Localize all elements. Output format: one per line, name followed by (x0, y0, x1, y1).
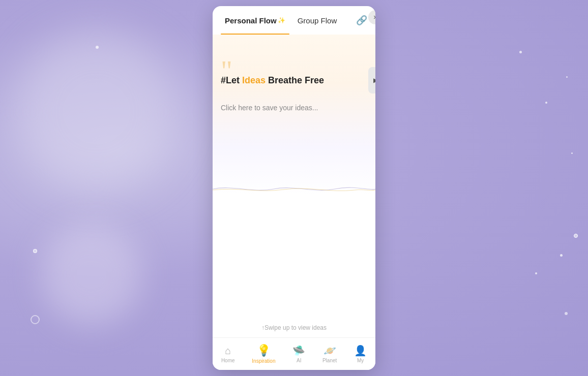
expand-handle-button[interactable]: ▶ (368, 67, 375, 93)
modal-panel: × ▶ Personal Flow✨ Group Flow 🔗 " #Let I… (213, 6, 375, 370)
nav-planet-label: Planet (322, 358, 337, 363)
nav-item-inspiration[interactable]: 💡 Inspiration (248, 342, 279, 366)
bg-blob-2 (41, 224, 142, 325)
nav-item-planet[interactable]: 🪐 Planet (318, 342, 341, 365)
wave-divider (213, 183, 375, 195)
tab-bar: Personal Flow✨ Group Flow 🔗 (213, 6, 375, 35)
headline: #Let Ideas Breathe Free (221, 75, 367, 86)
click-to-save-text[interactable]: Click here to save your ideas... (221, 104, 367, 112)
headline-prefix: #Let (221, 75, 242, 85)
close-icon: × (373, 13, 375, 21)
nav-item-my[interactable]: 👤 My (350, 342, 371, 365)
content-area-bottom: ↑Swipe up to view ideas (213, 195, 375, 337)
headline-suffix: Breathe Free (266, 75, 324, 85)
my-icon: 👤 (354, 344, 367, 357)
expand-icon: ▶ (373, 77, 376, 84)
bottom-navigation: ⌂ Home 💡 Inspiration 🛸 AI 🪐 Planet 👤 My (213, 337, 375, 370)
tab-group-flow[interactable]: Group Flow (293, 6, 341, 35)
tab-personal-flow-label: Personal Flow (225, 16, 277, 25)
tab-personal-flow[interactable]: Personal Flow✨ (221, 6, 289, 35)
nav-item-ai[interactable]: 🛸 AI (288, 342, 309, 365)
headline-ideas: Ideas (242, 75, 266, 85)
nav-inspiration-label: Inspiration (252, 358, 275, 364)
swipe-hint-text: ↑Swipe up to view ideas (261, 324, 327, 331)
nav-my-label: My (357, 358, 364, 363)
planet-icon: 🪐 (324, 344, 336, 357)
nav-home-label: Home (221, 358, 235, 363)
share-link-icon[interactable]: 🔗 (356, 15, 367, 26)
home-icon: ⌂ (225, 345, 231, 357)
content-area-top[interactable]: " #Let Ideas Breathe Free Click here to … (213, 35, 375, 195)
ai-icon: 🛸 (292, 344, 305, 357)
nav-ai-label: AI (297, 358, 301, 363)
inspiration-icon: 💡 (257, 344, 271, 357)
bg-blob-1 (15, 30, 178, 193)
tab-group-flow-label: Group Flow (298, 16, 337, 25)
nav-item-home[interactable]: ⌂ Home (217, 343, 239, 365)
tab-personal-flow-emoji: ✨ (278, 17, 285, 24)
